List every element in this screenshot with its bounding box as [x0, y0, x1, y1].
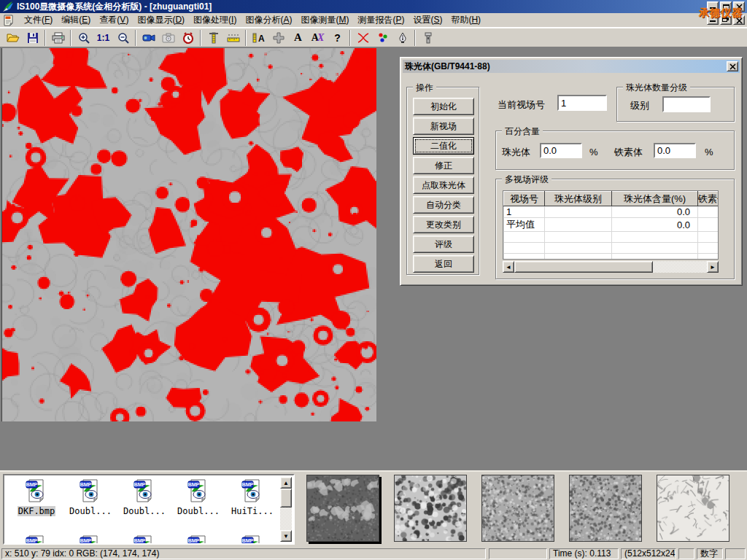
pearlite-dialog: 珠光体(GB/T9441-88) 操作 初始化 新视场 二值化 修正 点取珠光体…	[400, 57, 743, 286]
live-video-button[interactable]	[139, 29, 158, 47]
binarize-button[interactable]: 二值化	[413, 137, 474, 155]
menu-image-measure[interactable]: 图像测量(M)	[296, 12, 353, 28]
measure-vertical-button[interactable]	[204, 29, 223, 47]
pen-tool-button[interactable]	[392, 29, 412, 47]
thumbnail-2[interactable]	[394, 475, 467, 542]
file-item[interactable]: BMP	[64, 535, 117, 545]
thumbnail-3[interactable]	[481, 475, 554, 542]
col-ferrite-percent[interactable]: 铁素体含量(%)	[698, 192, 719, 206]
correct-button[interactable]: 修正	[413, 157, 474, 174]
file-list-scrollbar[interactable]: ▲ ▼	[280, 477, 292, 542]
table-horizontal-scrollbar[interactable]: ◄ ►	[503, 261, 719, 273]
scroll-left-icon[interactable]: ◄	[503, 261, 514, 273]
svg-text:BMP: BMP	[188, 538, 200, 543]
classify-button[interactable]	[373, 29, 392, 47]
menu-image-process[interactable]: 图像处理(I)	[189, 12, 241, 28]
pearlite-percent-input[interactable]	[540, 143, 582, 158]
svg-text:BMP: BMP	[134, 482, 146, 487]
auto-classify-button[interactable]: 自动分类	[413, 196, 474, 214]
bmp-file-icon: BMP	[241, 535, 264, 545]
scroll-right-icon[interactable]: ►	[707, 261, 719, 273]
menu-image-display[interactable]: 图像显示(D)	[133, 12, 189, 28]
toolbar-separator	[44, 30, 46, 46]
zoom-out-icon	[117, 32, 129, 44]
merge-button[interactable]	[268, 29, 288, 47]
zoom-in-button[interactable]	[74, 29, 93, 47]
title-bar: IS100显微摄像系统(金相分析版) - [zhuguangti01]	[0, 0, 747, 13]
table-row[interactable]: 10.0	[504, 206, 719, 218]
bmp-file-icon: BMP	[241, 479, 264, 502]
grade-button[interactable]: 评级	[413, 236, 474, 253]
capture-button[interactable]	[158, 29, 178, 47]
annotate-measure-button[interactable]: A	[249, 29, 268, 47]
file-item[interactable]: BMP	[118, 535, 171, 545]
help-button[interactable]: ?	[328, 29, 347, 47]
file-item[interactable]: BMPDoubl...	[64, 479, 117, 516]
scroll-down-icon[interactable]: ▼	[280, 530, 292, 542]
bmp-file-icon: BMP	[25, 535, 48, 545]
menu-view[interactable]: 查看(V)	[95, 12, 133, 28]
change-class-button[interactable]: 更改类别	[413, 216, 474, 233]
scrollbar-thumb[interactable]	[514, 261, 653, 273]
print-button[interactable]	[48, 29, 68, 47]
menu-bar: 文件(F) 编辑(E) 查看(V) 图像显示(D) 图像处理(I) 图像分析(A…	[0, 13, 747, 28]
rgb-dots-icon	[377, 32, 389, 44]
file-item[interactable]: BMPDoubl...	[118, 479, 171, 516]
file-item[interactable]: BMP	[172, 535, 225, 545]
empty-status-pane	[489, 548, 547, 559]
initialize-button[interactable]: 初始化	[413, 98, 474, 115]
col-pearlite-grade[interactable]: 珠光体级别	[545, 192, 612, 206]
caliper-text-icon: A	[252, 32, 266, 44]
save-button[interactable]	[23, 29, 42, 47]
dialog-close-button[interactable]	[727, 61, 738, 71]
actual-size-button[interactable]: 1:1	[93, 29, 113, 47]
file-browser[interactable]: BMPDKF.bmp BMPDoubl... BMPDoubl... BMPDo…	[3, 474, 295, 545]
rating-table[interactable]: 视场号 珠光体级别 珠光体含量(%) 铁素体含量(%) 10.0 平均值0.0	[503, 190, 719, 260]
new-field-button[interactable]: 新视场	[413, 117, 474, 135]
svg-text:A: A	[258, 34, 265, 44]
multi-field-group-label: 多视场评级	[502, 174, 551, 186]
file-item[interactable]: BMPHuiTi...	[226, 479, 279, 516]
grade-input[interactable]	[662, 96, 711, 112]
file-item[interactable]: BMPDoubl...	[172, 479, 225, 516]
thumbnail-1[interactable]	[306, 475, 379, 542]
menu-settings[interactable]: 设置(S)	[409, 12, 446, 28]
return-button[interactable]: 返回	[413, 255, 474, 273]
metallograph-image[interactable]	[1, 48, 376, 421]
file-item[interactable]: BMPDKF.bmp	[10, 479, 63, 516]
dialog-title-bar[interactable]: 珠光体(GB/T9441-88)	[403, 60, 740, 73]
bmp-file-icon: BMP	[187, 535, 210, 545]
menu-file[interactable]: 文件(F)	[20, 12, 57, 28]
col-field-number[interactable]: 视场号	[504, 192, 545, 206]
percent-group-label: 百分含量	[502, 125, 543, 138]
measure-horizontal-button[interactable]	[223, 29, 243, 47]
col-pearlite-percent[interactable]: 珠光体含量(%)	[612, 192, 698, 206]
dialog-title: 珠光体(GB/T9441-88)	[405, 61, 490, 73]
open-file-button[interactable]	[3, 29, 23, 47]
svg-text:BMP: BMP	[26, 482, 38, 487]
menu-help[interactable]: 帮助(H)	[446, 12, 485, 28]
zoom-out-button[interactable]	[113, 29, 133, 47]
file-item[interactable]: BMP	[10, 535, 63, 545]
mode-status: 数字	[697, 548, 723, 559]
menu-report[interactable]: 测量报告(P)	[353, 12, 409, 28]
ferrite-percent-input[interactable]	[654, 143, 696, 158]
table-row[interactable]: 平均值0.0	[504, 218, 719, 232]
pick-pearlite-button[interactable]: 点取珠光体	[413, 176, 474, 194]
menu-image-analysis[interactable]: 图像分析(A)	[241, 12, 296, 28]
menu-edit[interactable]: 编辑(E)	[57, 12, 95, 28]
zoom-in-icon	[78, 32, 90, 44]
thumbnail-5[interactable]	[657, 475, 729, 542]
red-curves-icon	[357, 32, 370, 44]
timer-button[interactable]	[178, 29, 198, 47]
bmp-file-icon: BMP	[133, 479, 156, 502]
current-field-input[interactable]	[557, 95, 607, 111]
scrollbar-thumb[interactable]	[280, 489, 292, 508]
file-item[interactable]: BMP	[226, 535, 279, 545]
thumbnail-4[interactable]	[569, 475, 642, 542]
scroll-up-icon[interactable]: ▲	[280, 477, 292, 489]
brush-tool-button[interactable]	[418, 29, 438, 47]
text-button[interactable]: A	[288, 29, 308, 47]
curve-tool-button[interactable]	[353, 29, 373, 47]
text-style-button[interactable]: AX	[308, 29, 328, 47]
